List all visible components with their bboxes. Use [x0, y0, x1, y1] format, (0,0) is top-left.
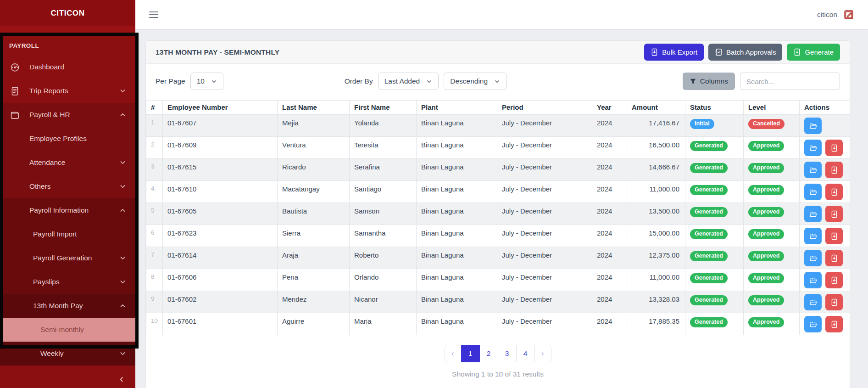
level-badge: Approved [748, 141, 784, 151]
view-record-button[interactable] [804, 316, 822, 332]
cell-status: Generated [685, 269, 744, 291]
view-record-button[interactable] [804, 206, 822, 222]
pagination-wrap: ‹1234› [146, 345, 850, 362]
sidebar-item-semi-monthly[interactable]: Semi-monthly [0, 318, 135, 342]
menu-toggle-button[interactable] [149, 10, 158, 20]
export-record-button[interactable] [825, 250, 843, 266]
funnel-icon [690, 78, 696, 85]
pagination-page-4[interactable]: 4 [516, 345, 535, 362]
pagination-page-3[interactable]: 3 [498, 345, 517, 362]
sidebar-item-attendance[interactable]: Attendance [0, 151, 135, 174]
sidebar-collapse-button[interactable]: ‹ [116, 371, 127, 386]
cell-level: Cancelled [744, 115, 800, 137]
view-record-button[interactable] [804, 294, 822, 310]
cell-status: Generated [685, 313, 744, 335]
level-badge: Approved [748, 251, 784, 261]
level-badge: Approved [748, 163, 784, 173]
pagination-page-2[interactable]: 2 [479, 345, 498, 362]
sidebar-item-payslips[interactable]: Payslips [0, 270, 135, 294]
generate-button[interactable]: Generate [787, 44, 840, 61]
edit-square-icon[interactable] [843, 9, 854, 20]
export-record-button[interactable] [825, 162, 843, 178]
wallet-icon [10, 110, 20, 120]
export-record-button[interactable] [825, 294, 843, 310]
sidebar-item-payroll-information[interactable]: Payroll Information [0, 198, 135, 222]
sidebar-item-label: Payroll Information [29, 206, 89, 214]
status-badge: Initial [690, 119, 714, 129]
search-input[interactable] [740, 73, 840, 90]
topbar-right: citicon [817, 9, 854, 20]
sidebar-item-weekly[interactable]: Weekly [0, 342, 135, 366]
view-record-button[interactable] [804, 184, 822, 200]
columns-label: Columns [700, 77, 728, 85]
export-record-button[interactable] [825, 206, 843, 222]
pagination: ‹1234› [445, 345, 551, 362]
order-by-label: Order By [345, 77, 373, 85]
cell-status: Generated [685, 247, 744, 269]
chevron-down-icon [211, 79, 217, 84]
sidebar-item-label: Employee Profiles [29, 135, 87, 143]
sidebar-item-payroll-generation[interactable]: Payroll Generation [0, 246, 135, 270]
order-direction-select[interactable]: Descending [444, 73, 506, 90]
folder-icon [809, 276, 817, 284]
journal-check-icon [715, 48, 723, 56]
cell-year: 2024 [592, 313, 627, 335]
export-record-button[interactable] [825, 228, 843, 244]
sidebar-item-payroll-import[interactable]: Payroll Import [0, 222, 135, 246]
sidebar-item-label: Payroll & HR [29, 111, 70, 119]
file-down-icon [651, 48, 658, 56]
cell-period: July - December [497, 247, 592, 269]
chevron-down-icon [119, 183, 126, 190]
export-record-button[interactable] [825, 316, 843, 332]
chevron-up-icon [119, 207, 126, 214]
cell-period: July - December [497, 291, 592, 313]
export-record-button[interactable] [825, 184, 843, 200]
folder-icon [809, 254, 817, 262]
per-page-select[interactable]: 10 [190, 73, 223, 90]
cell-period: July - December [497, 313, 592, 335]
batch-approvals-button[interactable]: Batch Approvals [708, 44, 782, 61]
cell-status: Generated [685, 137, 744, 159]
file-down-icon [830, 188, 838, 196]
sidebar-item-trip-reports[interactable]: Trip Reports [0, 79, 135, 103]
status-badge: Generated [690, 141, 728, 151]
sidebar-item-label: Payslips [33, 278, 60, 286]
sidebar-item-payroll-hr[interactable]: Payroll & HR [0, 103, 135, 127]
cell-first-name: Nicanor [350, 291, 417, 313]
sidebar-item-dashboard[interactable]: Dashboard [0, 55, 135, 79]
chevron-down-icon [119, 279, 126, 286]
row-number: 6 [146, 225, 163, 247]
file-down-icon [830, 144, 838, 152]
columns-button[interactable]: Columns [683, 73, 735, 90]
sidebar-item-others[interactable]: Others [0, 174, 135, 198]
pagination-prev-button[interactable]: ‹ [445, 345, 462, 362]
cell-actions [800, 225, 850, 247]
topbar-username[interactable]: citicon [817, 11, 837, 19]
cell-status: Generated [685, 159, 744, 181]
sidebar-item-13th-month-pay[interactable]: 13th Month Pay [0, 294, 135, 318]
view-record-button[interactable] [804, 228, 822, 244]
pagination-next-button[interactable]: › [534, 345, 551, 362]
sidebar-item-label: Trip Reports [29, 87, 68, 95]
view-record-button[interactable] [804, 250, 822, 266]
cell-year: 2024 [592, 225, 627, 247]
bulk-export-button[interactable]: Bulk Export [644, 44, 704, 61]
row-number: 3 [146, 159, 163, 181]
col-header-level: Level [744, 101, 800, 115]
cell-employee-number: 01-67615 [163, 159, 278, 181]
cell-first-name: Yolanda [350, 115, 417, 137]
export-record-button[interactable] [825, 272, 843, 288]
pagination-page-1[interactable]: 1 [461, 345, 480, 362]
cell-employee-number: 01-67602 [163, 291, 278, 313]
file-down-icon [793, 48, 801, 56]
col-header-status: Status [685, 101, 744, 115]
sidebar-item-employee-profiles[interactable]: Employee Profiles [0, 127, 135, 151]
view-record-button[interactable] [804, 272, 822, 288]
folder-icon [809, 166, 817, 174]
export-record-button[interactable] [825, 140, 843, 156]
view-record-button[interactable] [804, 162, 822, 178]
sidebar-item-label: Payroll Import [33, 230, 77, 238]
view-record-button[interactable] [804, 140, 822, 156]
order-field-select[interactable]: Last Added [378, 73, 439, 90]
view-record-button[interactable] [804, 118, 822, 134]
